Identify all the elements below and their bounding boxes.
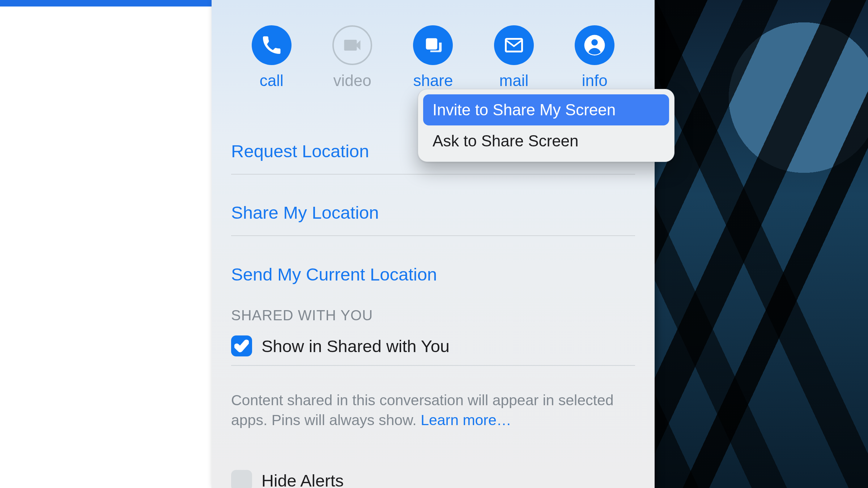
call-label: call <box>260 72 284 90</box>
share-button[interactable]: share <box>404 25 462 90</box>
video-button: video <box>323 25 381 90</box>
mail-button[interactable]: mail <box>485 25 543 90</box>
video-icon <box>332 25 372 65</box>
show-in-shared-label: Show in Shared with You <box>261 336 450 356</box>
hide-alerts-label: Hide Alerts <box>261 471 344 488</box>
call-button[interactable]: call <box>243 25 301 90</box>
invite-share-label: Invite to Share My Screen <box>433 101 616 119</box>
svg-rect-0 <box>426 38 437 50</box>
show-in-shared-row[interactable]: Show in Shared with You <box>231 333 635 366</box>
mail-label: mail <box>499 72 529 90</box>
send-current-location-link[interactable]: Send My Current Location <box>231 251 635 297</box>
shared-with-you-header: SHARED WITH YOU <box>231 307 373 324</box>
hide-alerts-checkbox[interactable] <box>231 470 252 488</box>
desktop-wallpaper <box>655 0 868 488</box>
person-info-icon <box>575 25 614 65</box>
phone-icon <box>252 25 292 65</box>
send-current-location-label: Send My Current Location <box>231 264 437 284</box>
mail-icon <box>494 25 534 65</box>
info-label: info <box>582 72 608 90</box>
info-button[interactable]: info <box>566 25 624 90</box>
contact-actions-row: call video share mail <box>212 25 655 90</box>
learn-more-link[interactable]: Learn more… <box>421 412 511 428</box>
share-label: share <box>413 72 453 90</box>
share-my-location-link[interactable]: Share My Location <box>231 190 635 236</box>
invite-share-my-screen-item[interactable]: Invite to Share My Screen <box>423 94 669 125</box>
hide-alerts-row[interactable]: Hide Alerts <box>231 470 635 488</box>
svg-point-2 <box>591 39 598 46</box>
request-location-label: Request Location <box>231 141 369 161</box>
ask-share-label: Ask to Share Screen <box>433 132 579 150</box>
messages-sidebar <box>0 7 212 488</box>
video-label: video <box>333 72 371 90</box>
checkmark-icon <box>234 339 249 353</box>
share-my-location-label: Share My Location <box>231 202 379 223</box>
conversation-details-panel: call video share mail <box>212 0 655 488</box>
ask-to-share-screen-item[interactable]: Ask to Share Screen <box>423 125 669 157</box>
share-screen-icon <box>413 25 453 65</box>
screen-root: call video share mail <box>0 0 868 488</box>
share-screen-menu: Invite to Share My Screen Ask to Share S… <box>418 89 675 162</box>
show-in-shared-checkbox[interactable] <box>231 335 252 356</box>
shared-with-you-help: Content shared in this conversation will… <box>231 390 626 431</box>
